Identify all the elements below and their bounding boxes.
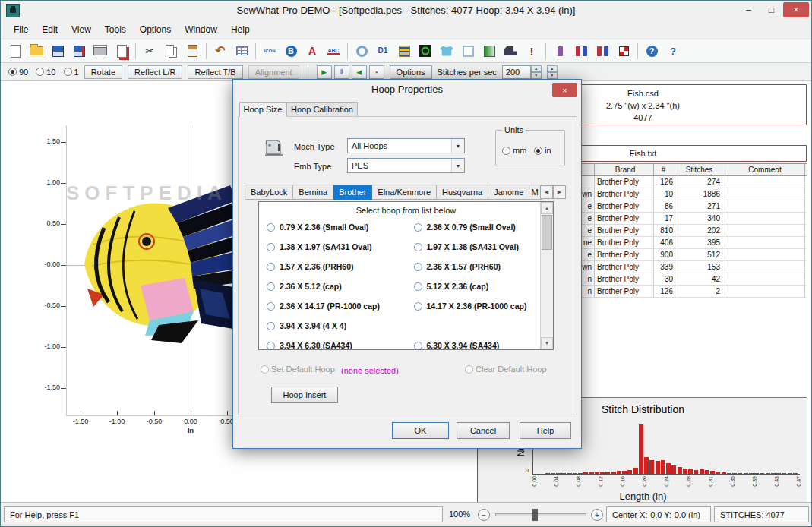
- copy-icon[interactable]: [160, 41, 182, 62]
- merge-grid-icon[interactable]: [231, 41, 252, 62]
- undo-icon[interactable]: ↶: [210, 41, 231, 62]
- menu-edit[interactable]: Edit: [35, 21, 65, 38]
- emb-type-combo[interactable]: PES ▼: [347, 158, 465, 173]
- hoop-insert-button[interactable]: Hoop Insert: [271, 387, 338, 403]
- reflect-tb-button[interactable]: Reflect T/B: [188, 65, 242, 79]
- color-grid-icon[interactable]: [613, 41, 634, 62]
- hoop-option[interactable]: 1.57 X 2.36 (PRH60): [259, 257, 406, 276]
- maximize-button[interactable]: □: [760, 2, 782, 17]
- zoom-in-button[interactable]: +: [591, 509, 603, 521]
- scroll-up-icon[interactable]: ▲: [541, 202, 553, 214]
- scroll-thumb[interactable]: [542, 215, 552, 250]
- cancel-button[interactable]: Cancel: [457, 422, 510, 439]
- zoom-slider-track[interactable]: [495, 513, 586, 516]
- brand-tab-janome[interactable]: Janome: [488, 185, 529, 200]
- menu-window[interactable]: Window: [178, 21, 224, 38]
- save-icon[interactable]: [47, 41, 68, 62]
- spools-red-blue-icon[interactable]: [570, 41, 592, 62]
- hoop-option[interactable]: 1.97 X 1.38 (SA431 Oval): [406, 237, 554, 257]
- help-icon[interactable]: ?: [641, 41, 662, 62]
- brand-tabs-scroll-right[interactable]: ▶: [553, 185, 566, 199]
- design-d1-icon[interactable]: D1: [372, 41, 393, 62]
- hoop-list-scrollbar[interactable]: ▲ ▼: [540, 202, 553, 349]
- table-header-Brand[interactable]: Brand: [595, 164, 654, 175]
- exclamation-icon[interactable]: !: [521, 41, 542, 62]
- stop-button[interactable]: ▪: [369, 65, 384, 79]
- table-header-#[interactable]: #: [654, 164, 678, 175]
- spools-pair-icon[interactable]: [592, 41, 613, 62]
- brand-tabs-scroll-left[interactable]: ◀: [540, 185, 553, 199]
- play-button[interactable]: ▶: [317, 65, 332, 79]
- menu-help[interactable]: Help: [224, 21, 257, 38]
- brand-tab-babylock[interactable]: BabyLock: [245, 185, 293, 200]
- brand-tab-bernina[interactable]: Bernina: [293, 185, 333, 200]
- hoop-option[interactable]: 5.12 X 2.36 (cap): [406, 276, 554, 296]
- stitches-per-sec-value[interactable]: 200: [502, 65, 531, 79]
- hoop-option[interactable]: 2.36 X 14.17 (PR-1000 cap): [259, 296, 406, 316]
- reflect-lr-button[interactable]: Reflect L/R: [128, 65, 182, 79]
- hoop-option[interactable]: 0.79 X 2.36 (Small Oval): [259, 217, 406, 237]
- units-in-radio[interactable]: in: [534, 146, 551, 155]
- help-button[interactable]: Help: [520, 422, 571, 439]
- menu-view[interactable]: View: [65, 21, 98, 38]
- ok-button[interactable]: OK: [392, 422, 449, 439]
- new-document-icon[interactable]: [5, 41, 26, 62]
- hoop-icon[interactable]: [351, 41, 372, 62]
- hoop-option[interactable]: 3.94 X 6.30 (SA434): [259, 336, 406, 350]
- zoom-out-button[interactable]: −: [478, 509, 490, 521]
- speed-fine-spinner[interactable]: ▲ ▼: [547, 65, 558, 79]
- spin-up-icon[interactable]: ▲: [547, 65, 558, 72]
- rotate-90-radio[interactable]: 90: [8, 68, 28, 77]
- close-button[interactable]: ×: [783, 2, 809, 17]
- hoop-option[interactable]: 3.94 X 3.94 (4 X 4): [259, 316, 406, 336]
- rotate-button[interactable]: Rotate: [84, 65, 122, 79]
- thread-palette-icon[interactable]: [393, 41, 415, 62]
- combo-arrow-icon[interactable]: ▼: [451, 139, 464, 153]
- brand-tab-husqvarna[interactable]: Husqvarna: [437, 185, 488, 200]
- hoop-option[interactable]: 6.30 X 3.94 (SA434): [406, 336, 554, 350]
- monogram-abc-icon[interactable]: ABC: [323, 41, 344, 62]
- pause-button[interactable]: ‖: [334, 65, 349, 79]
- brand-tab-elna-kenmore[interactable]: Elna/Kenmore: [372, 185, 437, 200]
- tshirt-icon[interactable]: [436, 41, 457, 62]
- power-icon[interactable]: [415, 41, 436, 62]
- icon-view-icon[interactable]: ICON: [259, 41, 280, 62]
- menu-tools[interactable]: Tools: [98, 21, 133, 38]
- dialog-close-button[interactable]: ×: [552, 83, 577, 97]
- hoop-option[interactable]: 2.36 X 5.12 (cap): [259, 276, 406, 296]
- tab-hoop-calibration[interactable]: Hoop Calibration: [286, 102, 358, 117]
- units-mm-radio[interactable]: mm: [502, 146, 526, 155]
- hoop-option[interactable]: 2.36 X 0.79 (Small Oval): [406, 217, 554, 237]
- minimize-button[interactable]: –: [738, 2, 760, 17]
- print-icon[interactable]: [90, 41, 111, 62]
- letter-b-icon[interactable]: B: [280, 41, 302, 62]
- zoom-slider-handle[interactable]: [532, 509, 538, 521]
- brand-tab-brother[interactable]: Brother: [333, 185, 372, 200]
- save-as-icon[interactable]: [68, 41, 90, 62]
- spool-icon[interactable]: [549, 41, 570, 62]
- combo-arrow-icon[interactable]: ▼: [451, 159, 464, 172]
- table-header-Comment[interactable]: Comment: [725, 164, 805, 175]
- paste-icon[interactable]: [182, 41, 203, 62]
- spin-up-icon[interactable]: ▲: [531, 65, 542, 72]
- mach-type-combo[interactable]: All Hoops ▼: [347, 138, 465, 153]
- lettering-a-icon[interactable]: A: [302, 41, 323, 62]
- menu-options[interactable]: Options: [133, 21, 178, 38]
- rotate-1-radio[interactable]: 1: [64, 68, 79, 77]
- hoop-option[interactable]: 1.38 X 1.97 (SA431 Oval): [259, 237, 406, 257]
- density-icon[interactable]: [479, 41, 500, 62]
- spin-down-icon[interactable]: ▼: [547, 72, 558, 79]
- rotate-10-radio[interactable]: 10: [36, 68, 55, 77]
- rewind-button[interactable]: ◀: [352, 65, 367, 79]
- hoop-option[interactable]: 2.36 X 1.57 (PRH60): [406, 257, 554, 276]
- print-preview-icon[interactable]: [111, 41, 132, 62]
- hoop-option[interactable]: 14.17 X 2.36 (PR-1000 cap): [406, 296, 554, 316]
- tab-hoop-size[interactable]: Hoop Size: [239, 102, 286, 117]
- stitches-per-sec-spinner[interactable]: 200 ▲ ▼: [502, 65, 542, 79]
- scroll-down-icon[interactable]: ▼: [541, 337, 553, 349]
- frame-icon[interactable]: [457, 41, 479, 62]
- options-button[interactable]: Options: [390, 65, 432, 79]
- open-folder-icon[interactable]: [26, 41, 47, 62]
- table-header-Stitches[interactable]: Stitches: [678, 164, 725, 175]
- menu-file[interactable]: File: [7, 21, 35, 38]
